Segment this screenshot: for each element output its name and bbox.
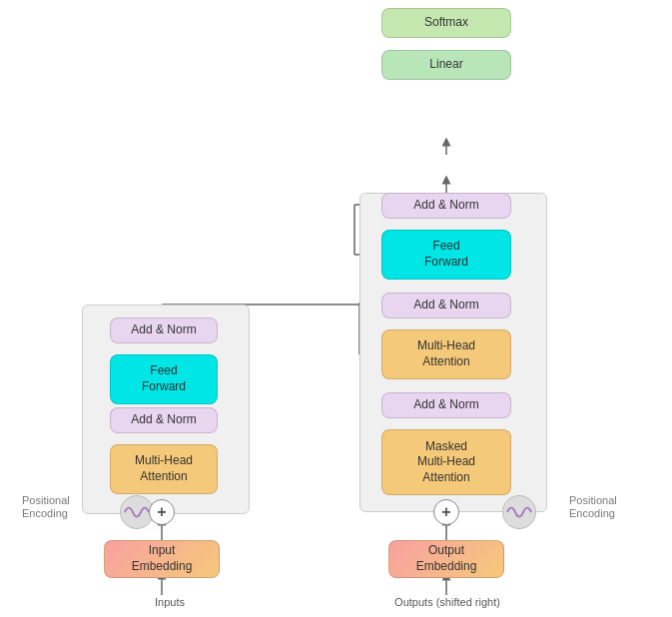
encoder-plus-circle: + [149, 499, 175, 525]
transformer-diagram: Add & Norm Feed Forward Add & Norm Multi… [0, 0, 672, 617]
linear: Linear [381, 50, 511, 80]
decoder-wave-circle [502, 495, 536, 529]
encoder-add-norm-2: Add & Norm [110, 317, 218, 343]
decoder-add-norm-2: Add & Norm [381, 293, 511, 318]
input-embedding: Input Embedding [104, 540, 220, 578]
decoder-plus-circle: + [433, 499, 459, 525]
output-embedding: Output Embedding [388, 540, 504, 578]
outputs-label: Outputs (shifted right) [379, 596, 515, 608]
decoder-feed-forward: Feed Forward [381, 230, 511, 280]
decoder-add-norm-1: Add & Norm [381, 392, 511, 418]
encoder-positional-encoding-label: Positional Encoding [22, 494, 92, 520]
encoder-feed-forward: Feed Forward [110, 354, 218, 404]
encoder-multi-head-attention: Multi-Head Attention [110, 444, 218, 494]
wave-svg-decoder [503, 495, 535, 529]
inputs-label: Inputs [140, 596, 200, 608]
decoder-positional-encoding-label: Positional Encoding [569, 494, 649, 520]
softmax: Softmax [381, 8, 511, 38]
decoder-masked-multi-head: Masked Multi-Head Attention [381, 429, 511, 495]
encoder-add-norm-1: Add & Norm [110, 407, 218, 433]
decoder-multi-head-attention: Multi-Head Attention [381, 329, 511, 379]
decoder-add-norm-3: Add & Norm [381, 193, 511, 219]
